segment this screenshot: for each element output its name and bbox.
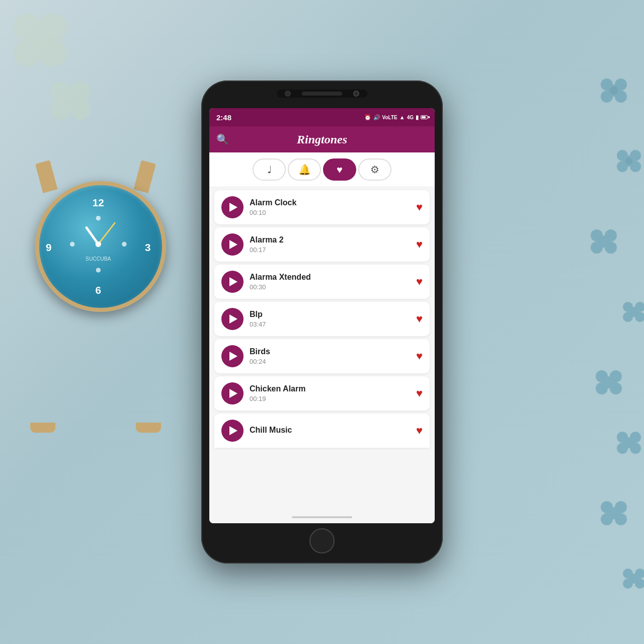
svg-text:6: 6 — [96, 284, 101, 296]
svg-point-59 — [122, 242, 126, 247]
song-duration-alarm-clock: 00:10 — [250, 209, 410, 216]
svg-point-50 — [50, 100, 70, 120]
svg-point-11 — [625, 157, 632, 165]
svg-point-13 — [591, 229, 603, 242]
volume-status-icon: 🔊 — [373, 114, 380, 121]
favorite-icon-chill-music[interactable]: ♥ — [416, 424, 423, 437]
song-duration-blp: 03:47 — [250, 320, 410, 328]
phone-camera — [285, 91, 291, 97]
phone-home-button[interactable] — [309, 528, 335, 553]
tab-settings[interactable]: ⚙ — [358, 158, 391, 181]
favorite-icon-chicken-alarm[interactable]: ♥ — [416, 387, 423, 400]
heart-tab-icon: ♥ — [337, 164, 343, 176]
svg-text:3: 3 — [145, 242, 150, 253]
song-name-birds: Birds — [250, 347, 410, 356]
svg-point-18 — [623, 302, 633, 312]
settings-icon: ⚙ — [370, 164, 379, 176]
svg-point-58 — [70, 242, 74, 247]
play-button-birds[interactable] — [221, 345, 244, 367]
svg-point-57 — [96, 268, 101, 272]
svg-point-33 — [601, 501, 613, 513]
app-header: 🔍 Ringtones — [209, 126, 435, 152]
song-duration-alarma-xtended: 00:30 — [250, 283, 410, 291]
svg-line-61 — [98, 223, 115, 244]
decorative-flowers-right — [483, 0, 644, 644]
song-item-alarma2: Alarma 2 00:17 ♥ — [214, 227, 430, 262]
status-icons: ⏰ 🔊 VoLTE ▲ 4G ▮ — [364, 114, 428, 121]
song-item-chill-music: Chill Music ♥ — [214, 414, 430, 448]
svg-point-38 — [623, 569, 633, 579]
song-list: Alarm Clock 00:10 ♥ Alarma 2 00:17 ♥ Ala… — [209, 187, 435, 523]
battery-status-icon — [421, 115, 428, 119]
clock-decoration: 12 3 6 9 SUCCUBA — [15, 161, 176, 443]
svg-point-43 — [14, 14, 42, 42]
phone-frame: 2:48 ⏰ 🔊 VoLTE ▲ 4G ▮ 🔍 Ringtones ♩ 🔔 — [201, 80, 443, 564]
svg-point-30 — [617, 443, 628, 454]
phone-screen: 2:48 ⏰ 🔊 VoLTE ▲ 4G ▮ 🔍 Ringtones ♩ 🔔 — [209, 108, 435, 523]
svg-text:9: 9 — [46, 242, 51, 253]
song-duration-birds: 00:24 — [250, 358, 410, 365]
svg-point-24 — [610, 370, 622, 382]
song-duration-alarma2: 00:17 — [250, 246, 410, 254]
song-name-alarma2: Alarma 2 — [250, 235, 410, 245]
signal-bars-icon: ▮ — [416, 114, 419, 121]
music-note-icon: ♩ — [267, 164, 272, 176]
bell-icon: 🔔 — [298, 164, 311, 176]
song-info-alarma2: Alarma 2 00:17 — [250, 235, 410, 254]
svg-point-25 — [596, 382, 608, 394]
svg-point-28 — [617, 432, 628, 443]
play-button-alarm-clock[interactable] — [221, 196, 244, 218]
song-info-chicken-alarm: Chicken Alarm 00:19 — [250, 384, 410, 403]
svg-point-45 — [14, 39, 42, 67]
svg-point-44 — [39, 14, 67, 42]
favorite-icon-alarm-clock[interactable]: ♥ — [416, 201, 423, 214]
signal-status-icon: VoLTE — [382, 115, 397, 120]
svg-point-51 — [70, 100, 91, 120]
tab-bell[interactable]: 🔔 — [288, 158, 321, 181]
song-item-chicken-alarm: Chicken Alarm 00:19 ♥ — [214, 376, 430, 411]
tab-music[interactable]: ♩ — [253, 158, 286, 181]
app-title: Ringtones — [297, 133, 347, 146]
svg-point-29 — [630, 432, 641, 443]
svg-point-5 — [610, 87, 618, 95]
play-button-alarma-xtended[interactable] — [221, 271, 244, 293]
status-bar: 2:48 ⏰ 🔊 VoLTE ▲ 4G ▮ — [209, 108, 435, 126]
scroll-indicator — [292, 516, 352, 518]
tab-heart[interactable]: ♥ — [323, 158, 356, 181]
song-duration-chicken-alarm: 00:19 — [250, 395, 410, 403]
tab-bar: ♩ 🔔 ♥ ⚙ — [209, 152, 435, 187]
favorite-icon-alarma-xtended[interactable]: ♥ — [416, 275, 423, 288]
svg-point-34 — [615, 501, 627, 513]
favorite-icon-birds[interactable]: ♥ — [416, 350, 423, 363]
phone-front-camera — [353, 91, 359, 97]
play-button-blp[interactable] — [221, 308, 244, 330]
svg-point-40 — [623, 579, 633, 589]
song-item-blp: Blp 03:47 ♥ — [214, 302, 430, 336]
play-button-chill-music[interactable] — [221, 420, 244, 442]
status-time: 2:48 — [216, 113, 231, 122]
phone-speaker — [302, 92, 342, 96]
svg-point-20 — [623, 312, 633, 322]
play-button-alarma2[interactable] — [221, 233, 244, 256]
svg-point-23 — [596, 370, 608, 382]
svg-point-14 — [605, 229, 617, 242]
song-info-birds: Birds 00:24 — [250, 347, 410, 365]
play-button-chicken-alarm[interactable] — [221, 382, 244, 405]
svg-point-46 — [39, 39, 67, 67]
song-info-alarma-xtended: Alarma Xtended 00:30 — [250, 273, 410, 291]
svg-point-26 — [610, 382, 622, 394]
network-status-icon: 4G — [407, 115, 414, 120]
svg-point-35 — [601, 513, 613, 525]
svg-point-62 — [96, 242, 101, 247]
song-info-blp: Blp 03:47 — [250, 310, 410, 328]
song-info-chill-music: Chill Music — [250, 426, 410, 436]
song-item-alarma-xtended: Alarma Xtended 00:30 ♥ — [214, 265, 430, 299]
song-item-alarm-clock: Alarm Clock 00:10 ♥ — [214, 190, 430, 224]
favorite-icon-alarma2[interactable]: ♥ — [416, 238, 423, 251]
search-icon[interactable]: 🔍 — [216, 133, 229, 145]
song-info-alarm-clock: Alarm Clock 00:10 — [250, 198, 410, 216]
favorite-icon-blp[interactable]: ♥ — [416, 312, 423, 326]
alarm-status-icon: ⏰ — [364, 114, 371, 121]
svg-line-60 — [87, 227, 98, 244]
svg-point-48 — [50, 82, 70, 102]
